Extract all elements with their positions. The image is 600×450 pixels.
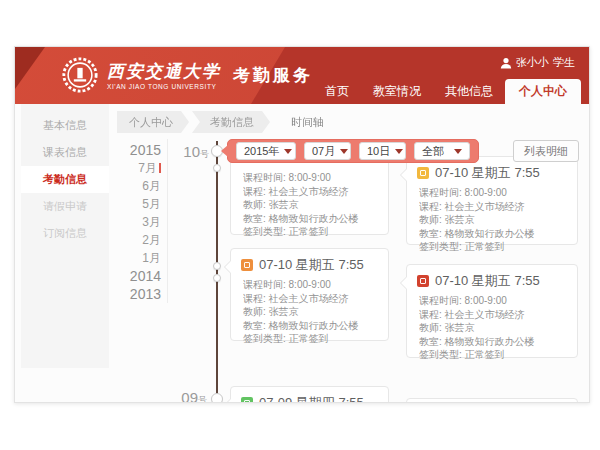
sidebar-item-请假申请[interactable]: 请假申请 (21, 193, 109, 220)
timeline-nav-6月[interactable]: 6月 (117, 177, 161, 195)
card-fields: 课程时间: 8:00-9:00课程: 社会主义市场经济教师: 张芸京教室: 格物… (417, 186, 567, 254)
day-select[interactable]: 10日 (359, 142, 406, 160)
card-title: 07-09 星期四 7:55 (241, 394, 378, 403)
card-title-text: 07-10 星期五 7:55 (435, 164, 540, 182)
month-select-value: 07月 (312, 144, 335, 159)
timeline-node (213, 164, 221, 172)
type-select[interactable]: 全部 (414, 142, 470, 160)
timeline-nav-5月[interactable]: 5月 (117, 195, 161, 213)
timeline-nav-2015[interactable]: 2015 (117, 141, 161, 159)
card-field-教室: 教室: 格物致知行政办公楼 (243, 319, 378, 333)
page: 西安交通大学 XI'AN JIAO TONG UNIVERSITY 考勤服务 张… (0, 0, 600, 450)
chevron-down-icon (454, 149, 462, 154)
breadcrumb-时间轴[interactable]: 时间轴 (273, 111, 340, 133)
status-icon (417, 275, 429, 287)
attendance-card-r3[interactable] (406, 398, 578, 403)
sidebar-item-考勤信息[interactable]: 考勤信息 (21, 166, 109, 193)
card-arrow (401, 277, 407, 289)
chevron-down-icon (284, 149, 292, 154)
filter-bar-arrow (221, 145, 228, 157)
sidebar-item-课表信息[interactable]: 课表信息 (21, 139, 109, 166)
card-title-text: 07-09 星期四 7:55 (259, 394, 364, 403)
breadcrumb-个人中心[interactable]: 个人中心 (117, 111, 189, 133)
timeline-nav-7月[interactable]: 7月 (117, 159, 161, 177)
card-field-教师: 教师: 张芸京 (243, 198, 378, 212)
card-field-签到类型: 签到类型: 正常签到 (419, 240, 567, 254)
main-nav: 首页教室情况其他信息个人中心 (313, 78, 581, 104)
timeline-node (213, 274, 221, 282)
list-detail-button[interactable]: 列表明细 (513, 140, 579, 162)
filter-bar: 2015年 07月 10日 全部 (227, 139, 479, 163)
university-name: 西安交通大学 XI'AN JIAO TONG UNIVERSITY (107, 61, 221, 90)
timeline-node (213, 262, 221, 270)
card-field-签到类型: 签到类型: 正常签到 (419, 348, 567, 362)
card-field-课程: 课程: 社会主义市场经济 (419, 200, 567, 214)
attendance-card-l3[interactable]: 07-09 星期四 7:55 (230, 386, 389, 403)
day-marker-suffix: 号 (198, 395, 207, 403)
timeline-nav-divider (167, 139, 168, 303)
card-field-课程: 课程: 社会主义市场经济 (243, 185, 378, 199)
attendance-card-r2[interactable]: 07-10 星期五 7:55课程时间: 8:00-9:00课程: 社会主义市场经… (406, 264, 578, 358)
timeline-nav-3月[interactable]: 3月 (117, 213, 161, 231)
card-field-签到类型: 签到类型: 正常签到 (243, 332, 378, 346)
chevron-down-icon (395, 149, 403, 154)
day-marker-suffix: 号 (200, 149, 209, 159)
card-field-课程时间: 课程时间: 8:00-9:00 (243, 171, 378, 185)
day-marker-number: 10 (183, 143, 200, 160)
day-marker-09: 09号 (169, 389, 207, 403)
month-select[interactable]: 07月 (304, 142, 351, 160)
university-logo-block: 西安交通大学 XI'AN JIAO TONG UNIVERSITY 考勤服务 (61, 56, 313, 94)
user-info[interactable]: 张小小 学生 (500, 55, 575, 70)
nav-item-个人中心[interactable]: 个人中心 (505, 79, 581, 104)
timeline-nav-2014[interactable]: 2014 (117, 267, 161, 285)
card-title-text: 07-10 星期五 7:55 (259, 256, 364, 274)
timeline-nav-2013[interactable]: 2013 (117, 285, 161, 303)
timeline-year-month-nav: 20157月6月5月3月2月1月20142013 (117, 141, 161, 303)
university-name-zh: 西安交通大学 (107, 61, 221, 81)
sidebar-item-基本信息[interactable]: 基本信息 (21, 112, 109, 139)
day-marker-number: 09 (181, 389, 198, 403)
breadcrumb: 个人中心考勤信息时间轴 (117, 111, 343, 133)
university-seal-icon (61, 56, 99, 94)
attendance-card-l2[interactable]: 07-10 星期五 7:55课程时间: 8:00-9:00课程: 社会主义市场经… (230, 248, 389, 341)
user-role: 学生 (553, 55, 575, 70)
timeline-nav-2月[interactable]: 2月 (117, 231, 161, 249)
sidebar-item-订阅信息[interactable]: 订阅信息 (21, 220, 109, 247)
card-arrow (225, 399, 231, 403)
timeline-spine (216, 141, 218, 402)
day-select-value: 10日 (367, 144, 390, 159)
card-field-课程: 课程: 社会主义市场经济 (243, 292, 378, 306)
breadcrumb-考勤信息[interactable]: 考勤信息 (192, 111, 270, 133)
card-title: 07-10 星期五 7:55 (417, 272, 567, 290)
card-field-课程时间: 课程时间: 8:00-9:00 (243, 278, 378, 292)
card-field-课程时间: 课程时间: 8:00-9:00 (419, 186, 567, 200)
card-arrow (225, 261, 231, 273)
card-field-签到类型: 签到类型: 正常签到 (243, 225, 378, 239)
attendance-card-r1[interactable]: 07-10 星期五 7:55课程时间: 8:00-9:00课程: 社会主义市场经… (406, 156, 578, 245)
service-title: 考勤服务 (233, 64, 313, 87)
status-icon (241, 397, 253, 403)
card-field-教师: 教师: 张芸京 (419, 213, 567, 227)
chevron-down-icon (340, 149, 348, 154)
card-fields: 课程时间: 8:00-9:00课程: 社会主义市场经济教师: 张芸京教室: 格物… (417, 294, 567, 362)
timeline-nav-1月[interactable]: 1月 (117, 249, 161, 267)
card-field-教师: 教师: 张芸京 (419, 321, 567, 335)
day-marker-10: 10号 (171, 143, 209, 161)
card-fields: 课程时间: 8:00-9:00课程: 社会主义市场经济教师: 张芸京教室: 格物… (241, 171, 378, 239)
nav-item-首页[interactable]: 首页 (313, 78, 361, 104)
university-name-en: XI'AN JIAO TONG UNIVERSITY (107, 83, 221, 90)
app-header: 西安交通大学 XI'AN JIAO TONG UNIVERSITY 考勤服务 张… (15, 47, 589, 104)
card-field-教室: 教室: 格物致知行政办公楼 (243, 212, 378, 226)
nav-item-其他信息[interactable]: 其他信息 (433, 78, 505, 104)
card-arrow (401, 169, 407, 181)
timeline-node-day09 (211, 393, 223, 403)
person-icon (500, 57, 512, 69)
user-name: 张小小 (516, 55, 549, 70)
year-select[interactable]: 2015年 (236, 142, 296, 160)
nav-item-教室情况[interactable]: 教室情况 (361, 78, 433, 104)
card-title: 07-10 星期五 7:55 (241, 256, 378, 274)
attendance-app-window: 西安交通大学 XI'AN JIAO TONG UNIVERSITY 考勤服务 张… (14, 46, 590, 403)
type-select-value: 全部 (422, 144, 444, 159)
card-field-课程时间: 课程时间: 8:00-9:00 (419, 294, 567, 308)
card-title: 07-10 星期五 7:55 (417, 164, 567, 182)
